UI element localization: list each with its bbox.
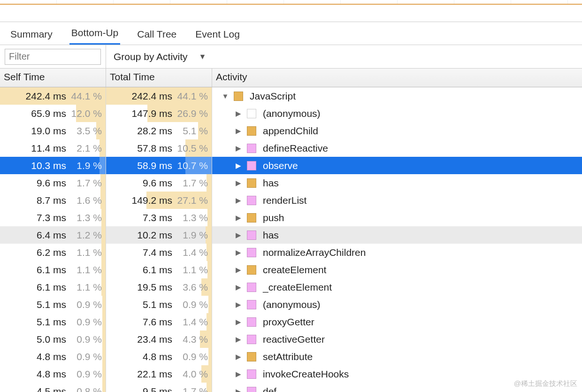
self-ms: 8.7 ms <box>19 195 71 206</box>
tab-event-log[interactable]: Event Log <box>193 24 242 45</box>
expand-arrow-icon[interactable] <box>234 335 243 344</box>
table-row[interactable]: 19.0 ms3.5 %28.2 ms5.1 %appendChild <box>0 122 582 139</box>
self-ms: 4.8 ms <box>19 351 71 362</box>
total-ms: 10.2 ms <box>125 230 177 241</box>
table-row[interactable]: 10.3 ms1.9 %58.9 ms10.7 %observe <box>0 157 582 174</box>
cell-total-time: 7.6 ms1.4 % <box>106 313 212 331</box>
table-row[interactable]: 4.8 ms0.9 %22.1 ms4.0 %invokeCreateHooks <box>0 365 582 383</box>
activity-label: appendChild <box>260 125 318 137</box>
cell-self-time: 5.0 ms0.9 % <box>0 331 106 348</box>
table-row[interactable]: 242.4 ms44.1 %242.4 ms44.1 %JavaScript <box>0 87 582 105</box>
activity-swatch-icon <box>247 265 256 275</box>
cell-self-time: 4.5 ms0.8 % <box>0 383 106 392</box>
cell-total-time: 22.1 ms4.0 % <box>106 365 212 383</box>
cell-activity: push <box>212 209 582 226</box>
self-pct: 0.9 % <box>71 316 106 328</box>
table-row[interactable]: 5.1 ms0.9 %5.1 ms0.9 %(anonymous) <box>0 296 582 313</box>
expand-arrow-icon[interactable] <box>234 248 243 257</box>
cell-total-time: 242.4 ms44.1 % <box>106 87 212 105</box>
self-ms: 4.5 ms <box>19 386 71 392</box>
total-ms: 28.2 ms <box>125 125 177 137</box>
activity-swatch-icon <box>247 109 256 118</box>
activity-swatch-icon <box>247 178 256 188</box>
total-ms: 149.2 ms <box>125 195 177 206</box>
tab-summary[interactable]: Summary <box>8 24 54 45</box>
table-row[interactable]: 9.6 ms1.7 %9.6 ms1.7 %has <box>0 174 582 192</box>
expand-arrow-icon[interactable] <box>234 161 243 170</box>
group-by-label: Group by Activity <box>114 51 188 62</box>
spacer <box>0 5 582 22</box>
expand-arrow-icon[interactable] <box>221 92 230 100</box>
table-row[interactable]: 5.0 ms0.9 %23.4 ms4.3 %reactiveGetter <box>0 331 582 348</box>
total-pct: 4.3 % <box>177 334 212 345</box>
table-row[interactable]: 7.3 ms1.3 %7.3 ms1.3 %push <box>0 209 582 226</box>
cell-total-time: 7.3 ms1.3 % <box>106 209 212 226</box>
expand-arrow-icon[interactable] <box>234 144 243 153</box>
cell-activity: setAttribute <box>212 348 582 365</box>
tab-bottom-up[interactable]: Bottom-Up <box>69 23 120 45</box>
activity-swatch-icon <box>247 300 256 309</box>
activity-label: JavaScript <box>247 91 296 102</box>
expand-arrow-icon[interactable] <box>234 300 243 309</box>
cell-activity: reactiveGetter <box>212 331 582 348</box>
total-ms: 6.1 ms <box>125 264 177 276</box>
activity-label: (anonymous) <box>260 299 321 310</box>
expand-arrow-icon[interactable] <box>234 179 243 187</box>
expand-arrow-icon[interactable] <box>234 196 243 205</box>
table-row[interactable]: 6.1 ms1.1 %6.1 ms1.1 %createElement <box>0 261 582 278</box>
filter-input[interactable] <box>5 49 101 65</box>
expand-arrow-icon[interactable] <box>234 387 243 392</box>
table-row[interactable]: 8.7 ms1.6 %149.2 ms27.1 %renderList <box>0 192 582 209</box>
table-row[interactable]: 11.4 ms2.1 %57.8 ms10.5 %defineReactive <box>0 139 582 157</box>
total-pct: 10.5 % <box>177 143 212 154</box>
expand-arrow-icon[interactable] <box>234 109 243 118</box>
activity-swatch-icon <box>247 231 256 240</box>
cell-total-time: 4.8 ms0.9 % <box>106 348 212 365</box>
expand-arrow-icon[interactable] <box>234 214 243 222</box>
cell-self-time: 6.1 ms1.1 % <box>0 278 106 296</box>
total-pct: 1.4 % <box>177 247 212 258</box>
self-pct: 1.3 % <box>71 212 106 223</box>
expand-arrow-icon[interactable] <box>234 231 243 239</box>
cell-activity: (anonymous) <box>212 105 582 122</box>
expand-arrow-icon[interactable] <box>234 318 243 326</box>
total-ms: 5.1 ms <box>125 299 177 310</box>
self-pct: 1.1 % <box>71 282 106 293</box>
header-self-time[interactable]: Self Time <box>0 69 106 87</box>
activity-label: defineReactive <box>260 143 328 154</box>
activity-label: push <box>260 212 284 223</box>
expand-arrow-icon[interactable] <box>234 353 243 361</box>
expand-arrow-icon[interactable] <box>234 283 243 292</box>
expand-arrow-icon[interactable] <box>234 127 243 135</box>
self-ms: 242.4 ms <box>19 91 71 102</box>
activity-label: has <box>260 230 279 241</box>
tab-call-tree[interactable]: Call Tree <box>135 24 178 45</box>
self-ms: 5.0 ms <box>19 334 71 345</box>
self-pct: 3.5 % <box>71 125 106 137</box>
table-row[interactable]: 6.2 ms1.1 %7.4 ms1.4 %normalizeArrayChil… <box>0 244 582 261</box>
table-row[interactable]: 6.4 ms1.2 %10.2 ms1.9 %has <box>0 226 582 244</box>
cell-activity: observe <box>212 157 582 174</box>
total-ms: 147.9 ms <box>125 108 177 119</box>
self-pct: 1.9 % <box>71 160 106 171</box>
header-activity[interactable]: Activity <box>212 69 582 87</box>
self-pct: 1.7 % <box>71 177 106 189</box>
total-pct: 44.1 % <box>177 91 212 102</box>
group-by-select[interactable]: Group by Activity ▼ <box>106 51 214 62</box>
self-pct: 0.8 % <box>71 386 106 392</box>
self-pct: 1.1 % <box>71 247 106 258</box>
cell-self-time: 7.3 ms1.3 % <box>0 209 106 226</box>
table-row[interactable]: 4.5 ms0.8 %9.5 ms1.7 %def <box>0 383 582 392</box>
self-ms: 6.4 ms <box>19 230 71 241</box>
activity-swatch-icon <box>247 335 256 344</box>
table-row[interactable]: 65.9 ms12.0 %147.9 ms26.9 %(anonymous) <box>0 105 582 122</box>
table-row[interactable]: 5.1 ms0.9 %7.6 ms1.4 %proxyGetter <box>0 313 582 331</box>
table-row[interactable]: 6.1 ms1.1 %19.5 ms3.6 %_createElement <box>0 278 582 296</box>
cell-activity: (anonymous) <box>212 296 582 313</box>
activity-swatch-icon <box>247 387 256 392</box>
activity-swatch-icon <box>234 92 243 101</box>
expand-arrow-icon[interactable] <box>234 266 243 274</box>
header-total-time[interactable]: Total Time <box>106 69 212 87</box>
table-row[interactable]: 4.8 ms0.9 %4.8 ms0.9 %setAttribute <box>0 348 582 365</box>
expand-arrow-icon[interactable] <box>234 370 243 378</box>
